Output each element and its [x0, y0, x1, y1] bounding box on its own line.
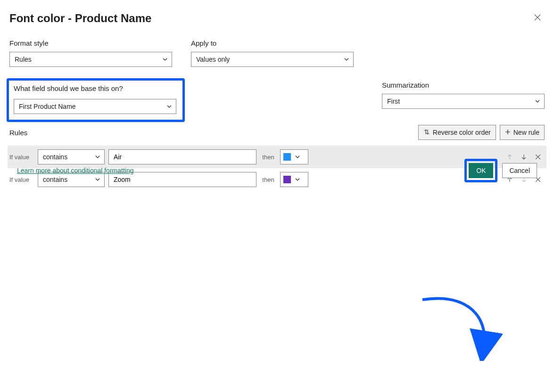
new-rule-button[interactable]: New rule	[500, 125, 545, 140]
row-format-apply: Format style Rules Apply to Values only	[8, 39, 546, 67]
dropdown-apply-to[interactable]: Values only	[191, 52, 354, 67]
footer-buttons: OK Cancel	[464, 159, 537, 182]
rules-label: Rules	[9, 129, 418, 137]
dropdown-base-field-value: First Product Name	[19, 103, 76, 110]
dropdown-summarization-value: First	[387, 98, 400, 105]
chevron-down-icon	[166, 104, 172, 109]
chevron-down-icon	[162, 57, 168, 62]
close-button[interactable]	[530, 11, 545, 25]
chevron-down-icon	[344, 57, 349, 62]
highlight-base-field: What field should we base this on? First…	[7, 78, 185, 122]
row-basefield-summarization: What field should we base this on? First…	[8, 78, 546, 122]
plus-icon	[505, 129, 511, 136]
highlight-ok: OK	[464, 159, 497, 182]
chevron-down-icon	[535, 98, 540, 104]
new-rule-label: New rule	[513, 129, 539, 136]
close-icon	[534, 13, 541, 23]
dialog-header: Font color - Product Name	[8, 11, 546, 39]
rules-toolbar: Reverse color order New rule	[418, 125, 545, 140]
label-format-style: Format style	[9, 39, 172, 47]
dropdown-format-style[interactable]: Rules	[9, 52, 172, 67]
dropdown-base-field[interactable]: First Product Name	[14, 99, 176, 114]
label-apply-to: Apply to	[191, 39, 354, 47]
cancel-button[interactable]: Cancel	[502, 163, 537, 178]
dropdown-summarization[interactable]: First	[382, 94, 545, 109]
field-base-field-wrapper: What field should we base this on? First…	[9, 78, 185, 122]
dropdown-apply-to-value: Values only	[196, 56, 230, 63]
reverse-color-order-button[interactable]: Reverse color order	[418, 125, 496, 140]
field-summarization: Summarization First	[382, 81, 545, 109]
reverse-color-order-label: Reverse color order	[433, 129, 491, 136]
label-summarization: Summarization	[382, 81, 545, 89]
ok-button[interactable]: OK	[469, 163, 493, 178]
label-base-field: What field should we base this on?	[14, 84, 178, 92]
field-format-style: Format style Rules	[9, 39, 172, 67]
annotation-arrow	[418, 295, 503, 361]
field-apply-to: Apply to Values only	[191, 39, 354, 67]
rules-header: Rules Reverse color order New rule	[8, 125, 546, 140]
dialog-footer: Learn more about conditional formatting …	[17, 159, 537, 182]
conditional-formatting-dialog: Font color - Product Name Format style R…	[8, 0, 546, 191]
swap-icon	[423, 129, 430, 137]
dialog-title: Font color - Product Name	[9, 12, 530, 25]
help-link[interactable]: Learn more about conditional formatting	[17, 167, 133, 174]
dropdown-format-style-value: Rules	[15, 56, 32, 63]
